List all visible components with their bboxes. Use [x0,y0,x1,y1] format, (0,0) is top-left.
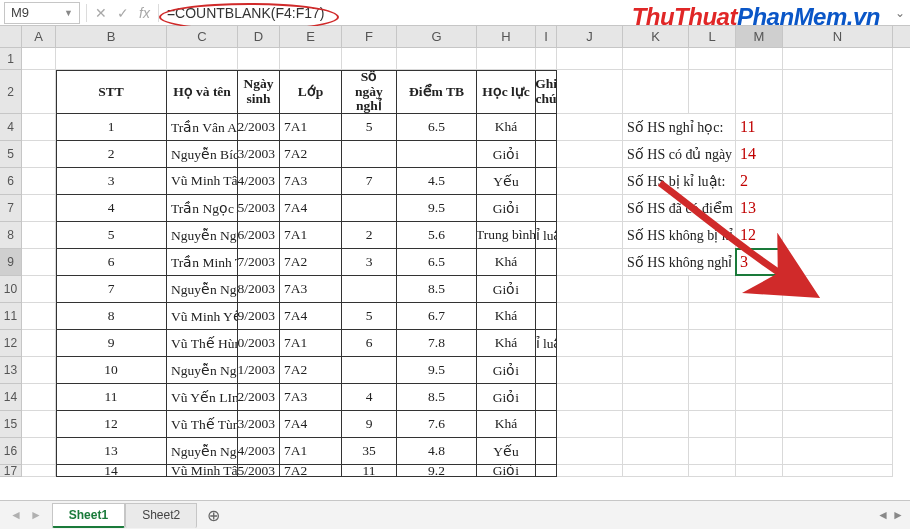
cell-ngaysinh[interactable]: 2/12/2003 [238,384,280,411]
row-header-1[interactable]: 1 [0,48,22,70]
cell-nghi[interactable]: 3 [342,249,397,276]
cell-ngaysinh[interactable]: 2/7/2003 [238,249,280,276]
cell-ngaysinh[interactable]: 2/11/2003 [238,357,280,384]
cell[interactable] [22,48,56,70]
table-header-stt[interactable]: STT [56,70,167,114]
cell[interactable] [22,249,56,276]
cell-stt[interactable]: 3 [56,168,167,195]
cell-stt[interactable]: 6 [56,249,167,276]
cell-nghi[interactable] [342,195,397,222]
cell-stt[interactable]: 10 [56,357,167,384]
cell[interactable] [557,384,623,411]
cell-hocluc[interactable]: Giỏi [477,141,536,168]
cell-ngaysinh[interactable]: 2/4/2003 [238,168,280,195]
cell[interactable] [22,330,56,357]
cell-tb[interactable]: 7.6 [397,411,477,438]
cell[interactable] [22,438,56,465]
cell[interactable] [689,357,736,384]
cell-lop[interactable]: 7A3 [280,276,342,303]
cell[interactable] [557,276,623,303]
cell-tb[interactable]: 7.8 [397,330,477,357]
cell-ghichu[interactable] [536,141,557,168]
cell-ghichu[interactable] [536,465,557,477]
cell[interactable] [557,141,623,168]
cell-lop[interactable]: 7A1 [280,222,342,249]
expand-formula-bar-icon[interactable]: ⌄ [890,6,910,20]
cell-tb[interactable]: 9.5 [397,357,477,384]
cell-stt[interactable]: 7 [56,276,167,303]
cell-ngaysinh[interactable]: 2/10/2003 [238,330,280,357]
cell-hocluc[interactable]: Giỏi [477,384,536,411]
cell-hocluc[interactable]: Giỏi [477,276,536,303]
cell[interactable] [689,384,736,411]
cell[interactable] [736,48,783,70]
cell-hoten[interactable]: Vũ Minh Tâm [167,168,238,195]
cell-stt[interactable]: 4 [56,195,167,222]
cell[interactable] [783,114,893,141]
cell-stt[interactable]: 1 [56,114,167,141]
cell[interactable] [557,303,623,330]
cell-lop[interactable]: 7A4 [280,303,342,330]
cell-tb[interactable]: 8.5 [397,384,477,411]
cell-hocluc[interactable]: Yếu [477,438,536,465]
row-header-6[interactable]: 6 [0,168,22,195]
cell-lop[interactable]: 7A2 [280,357,342,384]
cell[interactable] [557,438,623,465]
column-header-D[interactable]: D [238,26,280,47]
table-header-ghichu[interactable]: Ghi chú [536,70,557,114]
cell-hocluc[interactable]: Khá [477,114,536,141]
cell[interactable] [623,70,689,114]
cell-hocluc[interactable]: Trung bình [477,222,536,249]
table-header-songaynghi[interactable]: Số ngày nghỉ [342,70,397,114]
cell-ngaysinh[interactable]: 2/14/2003 [238,438,280,465]
cell-hoten[interactable]: Nguyễn Ngọc Hân [167,222,238,249]
cell[interactable] [22,384,56,411]
table-header-ngaysinh[interactable]: Ngày sinh [238,70,280,114]
cell-ghichu[interactable] [536,276,557,303]
cell-ngaysinh[interactable]: 2/8/2003 [238,276,280,303]
cell-ngaysinh[interactable]: 2/3/2003 [238,141,280,168]
cell-ghichu[interactable] [536,114,557,141]
cell-stt[interactable]: 2 [56,141,167,168]
row-header-13[interactable]: 13 [0,357,22,384]
table-header-hoten[interactable]: Họ và tên [167,70,238,114]
cell[interactable] [397,48,477,70]
row-header-14[interactable]: 14 [0,384,22,411]
cell[interactable] [477,48,536,70]
cell-nghi[interactable]: 9 [342,411,397,438]
cell[interactable] [238,48,280,70]
cell[interactable] [22,357,56,384]
column-header-K[interactable]: K [623,26,689,47]
summary-label[interactable]: Số HS không nghỉ học: [623,249,736,276]
cell-tb[interactable]: 6.5 [397,114,477,141]
cell-lop[interactable]: 7A1 [280,114,342,141]
cell-hocluc[interactable]: Yếu [477,168,536,195]
cell-stt[interactable]: 9 [56,330,167,357]
cell[interactable] [22,114,56,141]
cell-nghi[interactable]: 5 [342,303,397,330]
cell[interactable] [557,357,623,384]
cell[interactable] [783,70,893,114]
sheet-nav-next-icon[interactable]: ► [30,508,42,522]
cell[interactable] [689,48,736,70]
cell-ngaysinh[interactable]: 2/9/2003 [238,303,280,330]
cell[interactable] [557,114,623,141]
cell[interactable] [623,438,689,465]
cell-nghi[interactable]: 6 [342,330,397,357]
cell-stt[interactable]: 12 [56,411,167,438]
cell[interactable] [22,195,56,222]
cell[interactable] [623,357,689,384]
column-header-A[interactable]: A [22,26,56,47]
cell-nghi[interactable]: 7 [342,168,397,195]
cell[interactable] [736,465,783,477]
row-header-7[interactable]: 7 [0,195,22,222]
cell[interactable] [623,465,689,477]
cell[interactable] [689,438,736,465]
cell[interactable] [783,195,893,222]
cell-hoten[interactable]: Vũ Thế Tùng [167,411,238,438]
cell[interactable] [342,48,397,70]
select-all-cell[interactable] [0,26,22,47]
cell-tb[interactable]: 6.5 [397,249,477,276]
cell[interactable] [22,141,56,168]
row-header-4[interactable]: 4 [0,114,22,141]
